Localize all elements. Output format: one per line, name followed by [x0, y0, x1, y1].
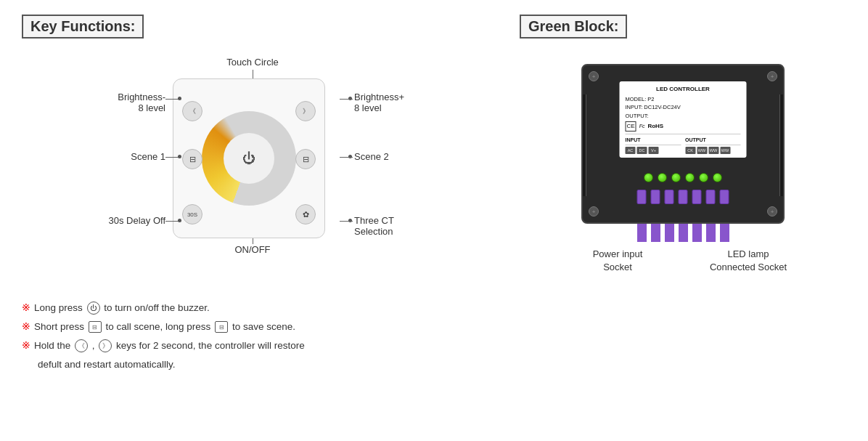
screw-bottom-right — [767, 206, 777, 217]
led-4 — [685, 173, 695, 182]
wire-2 — [651, 224, 660, 242]
pin-ww3: WW — [720, 147, 730, 154]
scene1-label: Scene 1 — [107, 151, 165, 162]
connector-4 — [679, 190, 688, 204]
right-section: Green Block: LED CONTROLLER MODEL: P2 IN… — [498, 15, 846, 426]
device-box: LED CONTROLLER MODEL: P2 INPUT: DC12V-DC… — [581, 64, 785, 224]
notes-section: ※ Long press ⏻ to turn on/off the buzzer… — [22, 300, 498, 373]
device-label-card: LED CONTROLLER MODEL: P2 INPUT: DC12V-DC… — [620, 81, 747, 158]
scene2-button[interactable]: ⊟ — [295, 149, 316, 169]
delay-off-label: 30s Delay Off — [107, 215, 165, 226]
brightness-minus-label: Brightness- 8 level — [107, 92, 165, 113]
output-pins: CK WW WW WW — [685, 147, 741, 154]
pin-ac: AC — [626, 147, 636, 154]
screw-bottom-left — [589, 206, 599, 217]
brightness-minus-button[interactable]: 《 — [182, 101, 202, 121]
note-2: ※ Short press ⊟ to call scene, long pres… — [22, 319, 498, 336]
touch-circle-label: Touch Circle — [202, 57, 303, 68]
key-functions-title: Key Functions: — [22, 15, 144, 39]
connector-7 — [720, 190, 729, 204]
power-input-label: Power inputSocket — [574, 248, 661, 274]
led-2 — [658, 173, 667, 182]
output-header: OUTPUT — [685, 137, 741, 146]
device-output: OUTPUT: — [626, 112, 741, 120]
ct-selection-button[interactable]: ✿ — [295, 204, 316, 224]
scene-icon-inline-2: ⊟ — [215, 321, 228, 333]
device-input: INPUT: DC12V-DC24V — [626, 103, 741, 111]
input-pins: AC DC V+ — [626, 147, 681, 154]
wire-3 — [665, 224, 674, 242]
note-3: ※ Hold the 《 , 》 keys for 2 second, the … — [22, 338, 498, 355]
led-6 — [713, 173, 722, 182]
led-3 — [671, 173, 681, 182]
scene2-label: Scene 2 — [354, 151, 412, 162]
touch-circle: ⏻ — [202, 111, 296, 206]
bottom-labels: Power inputSocket LED lampConnected Sock… — [574, 248, 792, 274]
led-1 — [644, 173, 653, 182]
screw-top-right — [767, 71, 777, 81]
green-block-title: Green Block: — [520, 15, 627, 39]
side-groove-left — [583, 94, 586, 196]
delay-off-button[interactable]: 30S — [182, 204, 202, 224]
green-block-diagram: LED CONTROLLER MODEL: P2 INPUT: DC12V-DC… — [520, 64, 846, 274]
left-section: Key Functions: Touch Circle ON/OFF ⏻ — [22, 15, 498, 426]
wire-6 — [706, 224, 716, 242]
screw-top-left — [589, 71, 599, 81]
pin-dc: DC — [637, 147, 647, 154]
io-table: INPUT AC DC V+ OUTPUT CK WW — [626, 134, 741, 155]
pin-ww1: WW — [697, 147, 707, 154]
connector-1 — [637, 190, 647, 204]
cert-ce: CE — [626, 121, 636, 132]
power-icon: ⏻ — [242, 151, 255, 166]
brightness-plus-label: Brightness+ 8 level — [354, 92, 412, 113]
device-label-title: LED CONTROLLER — [626, 85, 741, 94]
cert-fc: Fc — [639, 123, 645, 131]
on-off-label: ON/OFF — [202, 244, 303, 255]
input-header: INPUT — [626, 137, 681, 146]
controller-panel: ⏻ 《 》 ⊟ ⊟ — [173, 78, 325, 238]
side-groove-right — [779, 94, 783, 196]
note-1: ※ Long press ⏻ to turn on/off the buzzer… — [22, 300, 498, 317]
touch-circle-inner: ⏻ — [224, 133, 274, 184]
wire-7 — [720, 224, 729, 242]
connectors-row — [637, 190, 729, 204]
connector-3 — [665, 190, 674, 204]
connector-2 — [651, 190, 660, 204]
wire-4 — [679, 224, 688, 242]
scene1-button[interactable]: ⊟ — [182, 149, 202, 169]
connector-5 — [692, 190, 702, 204]
wires-container — [637, 224, 729, 242]
wire-1 — [637, 224, 647, 242]
pin-ck: CK — [685, 147, 695, 154]
brightness-plus-button[interactable]: 》 — [295, 101, 316, 121]
left-arrows-icon-inline: 《 — [75, 339, 88, 352]
output-col: OUTPUT CK WW WW WW — [685, 137, 741, 155]
right-arrows-icon-inline: 》 — [99, 339, 112, 352]
connector-6 — [706, 190, 716, 204]
pin-vplus: V+ — [649, 147, 659, 154]
ct-selection-label: Three CT Selection — [354, 215, 412, 237]
diagram-area: Touch Circle ON/OFF ⏻ 《 — [107, 57, 412, 289]
input-col: INPUT AC DC V+ — [626, 137, 681, 155]
scene-icon-inline-1: ⊟ — [89, 321, 102, 333]
device-model: MODEL: P2 — [626, 95, 741, 103]
leds-row — [644, 173, 722, 182]
cert-rohs: RoHS — [647, 122, 663, 131]
cert-row: CE Fc RoHS — [626, 121, 741, 132]
note-3-line2: defult and restart automaticallly. — [22, 357, 498, 373]
led-lamp-label: LED lampConnected Socket — [705, 248, 792, 274]
pin-ww2: WW — [708, 147, 718, 154]
led-5 — [699, 173, 708, 182]
wire-5 — [692, 224, 702, 242]
power-icon-inline: ⏻ — [87, 302, 100, 315]
